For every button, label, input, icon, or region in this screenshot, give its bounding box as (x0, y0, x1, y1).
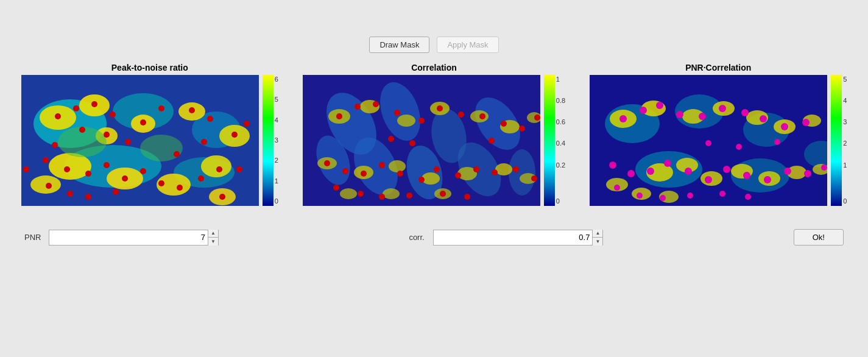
svg-point-106 (379, 194, 385, 200)
svg-point-89 (501, 121, 507, 127)
svg-point-78 (340, 188, 357, 199)
correlation-heatmap[interactable] (303, 75, 540, 206)
svg-point-157 (784, 168, 791, 175)
svg-point-98 (434, 166, 440, 172)
pnr-corr-colorbar: 5 4 3 2 1 0 (831, 75, 847, 206)
correlation-chart-with-colorbar: 1 0.8 0.6 0.4 0.2 0 (303, 75, 565, 206)
svg-point-20 (55, 113, 61, 119)
svg-point-88 (479, 113, 485, 119)
svg-point-160 (614, 185, 620, 191)
svg-point-30 (23, 166, 29, 172)
svg-point-107 (406, 193, 412, 199)
svg-point-150 (647, 168, 654, 175)
svg-point-148 (609, 161, 616, 169)
pnr-decrement-button[interactable]: ▼ (208, 238, 218, 246)
svg-point-82 (355, 104, 361, 110)
svg-point-35 (122, 175, 128, 182)
pnr-label: PNR (24, 233, 43, 242)
pnr-colorbar: 6 5 4 3 2 1 0 (263, 75, 278, 206)
svg-point-90 (519, 125, 525, 132)
svg-point-112 (489, 138, 495, 144)
svg-point-27 (207, 116, 213, 122)
svg-point-19 (140, 135, 183, 161)
pnr-colorbar-labels: 6 5 4 3 2 1 0 (275, 75, 278, 206)
pnr-corr-chart-title: PNR·Correlation (685, 63, 751, 72)
svg-point-23 (110, 111, 116, 118)
svg-point-44 (85, 194, 91, 200)
bottom-controls: PNR ▲ ▼ corr. ▲ ▼ Ok! (0, 218, 868, 246)
svg-point-147 (802, 119, 810, 126)
svg-point-85 (418, 118, 425, 124)
svg-point-138 (619, 115, 627, 122)
svg-point-87 (458, 111, 464, 118)
svg-point-152 (685, 168, 692, 175)
pnr-corr-chart-container: PNR·Correlation (590, 63, 847, 206)
svg-point-102 (513, 166, 519, 172)
svg-point-139 (640, 107, 647, 114)
svg-point-167 (736, 144, 742, 150)
svg-point-162 (660, 195, 666, 201)
pnr-control-group: PNR ▲ ▼ (24, 230, 219, 246)
svg-point-141 (676, 111, 683, 118)
svg-point-42 (46, 183, 52, 189)
corr-label: corr. (409, 233, 427, 242)
svg-point-154 (723, 166, 730, 173)
svg-point-86 (437, 105, 443, 111)
pnr-corr-heatmap[interactable] (590, 75, 827, 206)
svg-point-156 (764, 176, 771, 183)
svg-point-105 (358, 191, 364, 197)
svg-point-168 (774, 139, 780, 145)
svg-point-31 (43, 157, 49, 163)
svg-point-94 (361, 171, 367, 177)
svg-point-48 (52, 142, 58, 148)
corr-decrement-button[interactable]: ▼ (593, 238, 602, 246)
svg-point-33 (85, 171, 91, 177)
svg-point-15 (30, 175, 61, 194)
svg-point-41 (236, 166, 242, 172)
pnr-corr-chart-with-colorbar: 5 4 3 2 1 0 (590, 75, 847, 206)
svg-point-26 (189, 107, 195, 113)
charts-container: Peak-to-noise ratio (0, 63, 868, 206)
svg-point-36 (140, 168, 146, 174)
svg-point-24 (140, 119, 146, 125)
svg-point-21 (73, 105, 79, 111)
pnr-input[interactable] (49, 230, 208, 245)
svg-point-155 (743, 172, 750, 179)
svg-point-40 (216, 166, 222, 172)
svg-point-93 (342, 168, 348, 174)
svg-point-39 (198, 175, 204, 182)
svg-point-101 (492, 169, 498, 175)
svg-point-28 (231, 132, 238, 138)
svg-rect-113 (544, 75, 555, 206)
pnr-corr-colorbar-labels: 5 4 3 2 1 0 (843, 75, 847, 206)
correlation-colorbar: 1 0.8 0.6 0.4 0.2 0 (544, 75, 565, 206)
svg-point-140 (656, 102, 663, 109)
pnr-heatmap[interactable] (21, 75, 259, 206)
correlation-chart-container: Correlation (303, 63, 565, 206)
pnr-chart-title: Peak-to-noise ratio (111, 63, 188, 72)
svg-point-37 (158, 180, 164, 186)
draw-mask-button[interactable]: Draw Mask (369, 37, 429, 53)
svg-point-149 (627, 170, 635, 177)
svg-point-103 (531, 175, 537, 182)
svg-point-165 (745, 194, 751, 200)
svg-point-83 (373, 101, 379, 107)
svg-point-164 (719, 191, 725, 197)
corr-input[interactable] (434, 230, 592, 245)
svg-point-163 (687, 193, 693, 199)
corr-increment-button[interactable]: ▲ (593, 230, 602, 238)
svg-point-151 (664, 160, 671, 167)
pnr-increment-button[interactable]: ▲ (208, 230, 218, 238)
svg-point-108 (440, 191, 446, 197)
svg-point-99 (455, 172, 461, 178)
ok-button[interactable]: Ok! (794, 229, 844, 246)
svg-point-84 (394, 110, 400, 116)
pnr-input-container: ▲ ▼ (49, 230, 219, 246)
pnr-spinner: ▲ ▼ (208, 230, 218, 246)
pnr-chart-container: Peak-to-noise ratio (21, 63, 278, 206)
svg-point-111 (409, 140, 415, 146)
apply-mask-button: Apply Mask (437, 37, 498, 53)
svg-point-14 (201, 155, 231, 177)
svg-point-73 (389, 160, 406, 172)
svg-rect-169 (831, 75, 842, 206)
